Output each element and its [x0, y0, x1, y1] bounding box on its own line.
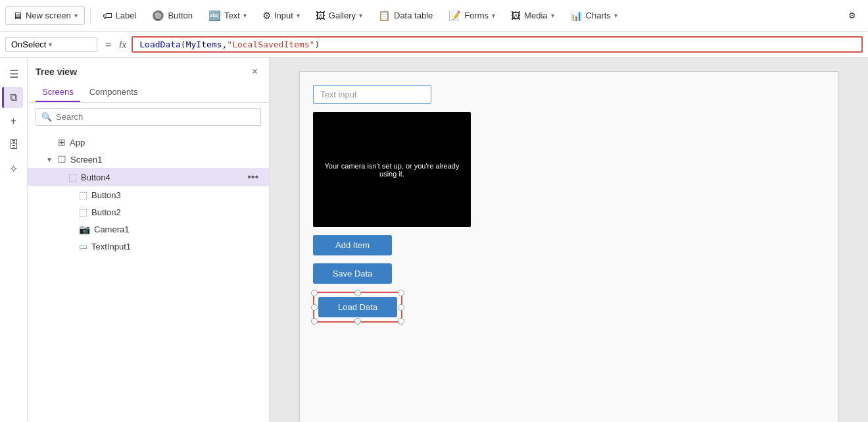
- handle-tr[interactable]: [398, 290, 404, 296]
- property-selector-value: OnSelect: [11, 40, 46, 49]
- tree-panel: Tree view × Screens Components 🔍 ⊞ App: [28, 58, 269, 422]
- tree-item-textinput1[interactable]: ▭ TextInput1: [28, 238, 269, 255]
- handle-br[interactable]: [398, 318, 404, 325]
- handle-mr[interactable]: [398, 304, 404, 311]
- forms-icon: 📝: [448, 10, 461, 22]
- settings-button[interactable]: ⚙: [842, 7, 863, 24]
- hamburger-icon: ☰: [9, 68, 18, 80]
- variables-button[interactable]: ✧: [3, 158, 24, 179]
- button4-label: Button4: [81, 172, 241, 182]
- canvas-frame: Text input Your camera isn't set up, or …: [299, 71, 838, 422]
- search-icon: 🔍: [41, 112, 52, 122]
- charts-icon: 📊: [570, 10, 583, 22]
- gallery-button[interactable]: 🖼 Gallery ▾: [309, 7, 369, 24]
- handle-bl[interactable]: [311, 318, 318, 325]
- add-button[interactable]: +: [3, 111, 24, 132]
- handle-ml[interactable]: [311, 304, 318, 311]
- new-screen-label: New screen: [26, 11, 71, 20]
- formula-input[interactable]: LoadData ( MyItems, "LocalSavedItems" ): [132, 36, 863, 53]
- expand-icon-screen1: ▼: [46, 156, 54, 163]
- charts-button[interactable]: 📊 Charts ▾: [564, 7, 624, 25]
- formula-var: MyItems,: [186, 40, 228, 49]
- tree-item-button2[interactable]: ⬚ Button2: [28, 203, 269, 221]
- text-button[interactable]: 🔤 Text ▾: [202, 7, 253, 25]
- text-label: Text: [224, 11, 240, 20]
- formula-equals: =: [103, 39, 114, 51]
- handle-tm[interactable]: [354, 290, 361, 296]
- data-table-icon: 📋: [378, 10, 391, 22]
- tree-items: ⊞ App ▼ ☐ Screen1 ⬚ Button4 •••: [28, 131, 269, 422]
- sidebar: Tree view × Screens Components 🔍 ⊞ App: [0, 58, 270, 422]
- media-icon: 🖼: [511, 10, 521, 21]
- data-table-button[interactable]: 📋 Data table: [372, 7, 439, 25]
- charts-label: Charts: [586, 11, 611, 20]
- handle-bm[interactable]: [354, 318, 361, 325]
- handle-tl[interactable]: [311, 290, 318, 296]
- textinput1-icon: ▭: [79, 241, 87, 251]
- forms-chevron: ▾: [492, 12, 495, 19]
- main-area: ☰ ⧉ + 🗄 ✧ Tree view × Screens Components: [0, 58, 868, 422]
- new-screen-button[interactable]: 🖥 New screen ▾: [5, 6, 85, 25]
- text-input-canvas[interactable]: Text input: [313, 85, 431, 104]
- button4-more-button[interactable]: •••: [245, 171, 261, 183]
- label-button[interactable]: 🏷 Label: [96, 7, 143, 24]
- property-selector[interactable]: OnSelect ▾: [5, 37, 97, 52]
- screen1-label: Screen1: [70, 155, 261, 165]
- button4-icon: ⬚: [68, 172, 77, 182]
- add-icon: +: [11, 115, 16, 127]
- button2-label: Button2: [91, 207, 261, 217]
- media-chevron: ▾: [551, 12, 554, 19]
- toolbar-right: ⚙: [842, 7, 863, 24]
- tab-screens[interactable]: Screens: [36, 83, 80, 102]
- data-button[interactable]: 🗄: [3, 134, 24, 155]
- tree-item-camera1[interactable]: 📷 Camera1: [28, 221, 269, 238]
- text-icon: 🔤: [208, 10, 221, 22]
- tree-item-screen1[interactable]: ▼ ☐ Screen1: [28, 151, 269, 168]
- forms-button[interactable]: 📝 Forms ▾: [442, 7, 502, 25]
- tree-header: Tree view ×: [28, 58, 269, 83]
- tab-components[interactable]: Components: [83, 83, 145, 102]
- tree-item-button3[interactable]: ⬚ Button3: [28, 186, 269, 203]
- button2-icon: ⬚: [79, 207, 87, 217]
- load-data-button[interactable]: Load Data: [318, 297, 397, 317]
- formula-fx-button[interactable]: fx: [119, 40, 126, 50]
- label-label: Label: [116, 11, 137, 20]
- input-label: Input: [274, 11, 293, 20]
- layers-button[interactable]: ⧉: [2, 87, 23, 108]
- save-data-button[interactable]: Save Data: [313, 263, 392, 284]
- search-input[interactable]: [56, 112, 255, 122]
- data-icon: 🗄: [9, 139, 19, 151]
- add-item-button[interactable]: Add Item: [313, 235, 392, 255]
- button3-icon: ⬚: [79, 190, 87, 200]
- data-table-label: Data table: [394, 11, 433, 20]
- button-label: Button: [168, 11, 193, 20]
- media-button[interactable]: 🖼 Media ▾: [504, 7, 560, 24]
- media-label: Media: [524, 11, 547, 20]
- camera-box: Your camera isn't set up, or you're alre…: [313, 112, 471, 227]
- gallery-chevron: ▾: [359, 12, 362, 19]
- formula-paren-open: (: [181, 40, 186, 49]
- settings-icon: ⚙: [848, 11, 856, 20]
- text-input-placeholder: Text input: [320, 90, 357, 99]
- gallery-label: Gallery: [329, 11, 356, 20]
- button-button[interactable]: 🔘 Button: [145, 7, 199, 25]
- canvas-area: Text input Your camera isn't set up, or …: [270, 58, 868, 422]
- formula-bar: OnSelect ▾ = fx LoadData ( MyItems, "Loc…: [0, 32, 868, 58]
- camera1-label: Camera1: [94, 224, 261, 234]
- screen1-icon: ☐: [58, 154, 66, 165]
- input-icon: ⚙: [262, 10, 271, 22]
- app-label: App: [70, 138, 261, 147]
- label-icon: 🏷: [103, 10, 112, 21]
- tree-close-button[interactable]: ×: [249, 65, 261, 79]
- load-data-container: Load Data: [313, 292, 402, 323]
- app-icon: ⊞: [58, 137, 66, 147]
- charts-chevron: ▾: [614, 12, 617, 19]
- tree-item-button4[interactable]: ⬚ Button4 •••: [28, 168, 269, 186]
- hamburger-menu-button[interactable]: ☰: [3, 63, 24, 84]
- camera-message: Your camera isn't set up, or you're alre…: [313, 155, 471, 184]
- input-button[interactable]: ⚙ Input ▾: [256, 7, 306, 25]
- formula-string: "LocalSavedItems": [227, 40, 314, 49]
- tree-item-app[interactable]: ⊞ App: [28, 134, 269, 151]
- input-chevron: ▾: [297, 12, 300, 19]
- new-screen-chevron: ▾: [74, 12, 78, 19]
